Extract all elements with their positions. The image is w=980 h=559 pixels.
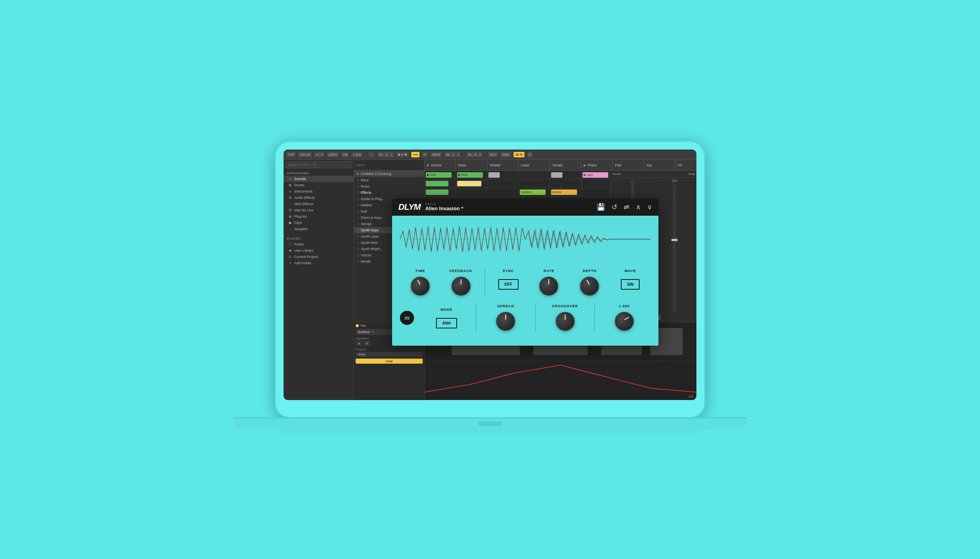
prev-preset-button[interactable]: ∧ <box>636 203 641 211</box>
clip-drums-1[interactable]: ▶ Slow <box>425 171 456 179</box>
spread-knob[interactable] <box>496 312 515 331</box>
sidebar-item-add-folder[interactable]: + Add Folder... <box>284 260 354 266</box>
track-header-pad[interactable]: Pad <box>613 160 644 170</box>
clip-bass-3[interactable] <box>456 188 487 196</box>
loop-btn[interactable]: Loop <box>356 359 423 364</box>
param-crossover: CROSSOVER <box>539 304 591 332</box>
track-header-drums[interactable]: ▶ Drums <box>425 160 456 170</box>
clip-block-bass-2[interactable] <box>457 181 481 186</box>
sidebar-item-user-library[interactable]: ♣ User Library <box>284 247 354 254</box>
clip-dropdown[interactable]: ▼ <box>371 330 374 334</box>
track-header-piano[interactable]: ▶ Piano <box>581 160 613 170</box>
clip-vocals-1[interactable] <box>550 171 581 179</box>
metronome-btn[interactable]: ⟳ <box>422 152 428 157</box>
sidebar-item-drums[interactable]: ⊞ Drums <box>284 182 354 188</box>
next-preset-button[interactable]: ∨ <box>647 203 652 211</box>
fader-thumb-2[interactable] <box>671 239 678 241</box>
sidebar-item-clips[interactable]: ▶ Clips <box>284 220 354 226</box>
clip-shaker-3[interactable] <box>487 188 519 196</box>
clip-block-vocals[interactable] <box>551 172 562 178</box>
clip-block[interactable]: ▶ Slow <box>426 172 452 178</box>
position-display[interactable]: 23 . 2 . 2 <box>377 152 394 157</box>
params-row-2: m MODE ANA <box>400 304 651 332</box>
track-header-fx[interactable]: FX <box>675 160 696 170</box>
crossover-knob[interactable] <box>556 312 575 331</box>
clip-piano-2[interactable] <box>581 179 610 188</box>
sidebar-item-samples[interactable]: → Samples <box>284 226 354 232</box>
end-position[interactable]: 49 . 1 . 1 <box>444 152 461 157</box>
sig-den[interactable]: 4 <box>363 341 370 346</box>
clip-piano-3[interactable] <box>581 188 610 196</box>
clip-block-bass[interactable]: ▶ Slow <box>457 172 483 178</box>
patch-name[interactable]: Alien Invasion * <box>425 206 592 211</box>
clip-vocals-3[interactable]: Buildup <box>550 188 581 196</box>
track-header-arp[interactable]: Arp <box>644 160 675 170</box>
groove-display[interactable]: None <box>356 352 423 357</box>
sidebar-item-current-project[interactable]: ▷ Current Project <box>284 254 354 260</box>
clip-shaker-2[interactable] <box>487 179 519 188</box>
param-depth: DEPTH <box>569 269 610 296</box>
browser-item-ambient[interactable]: ▶ Ambient & Evolving <box>354 171 424 177</box>
clip-bass-1[interactable]: ▶ Slow <box>456 171 487 179</box>
piano-expand[interactable]: ▶ <box>584 163 586 167</box>
key-btn[interactable]: KEY <box>488 152 498 157</box>
clip-block-lead-3[interactable]: Variation <box>520 189 546 195</box>
track-header-bass[interactable]: Bass <box>456 160 487 170</box>
laptop-screen: TAP 130.00 4 / 4 130% O● 1 Bar → 23 . 2 … <box>284 150 696 400</box>
sync-button[interactable]: OFF <box>498 279 519 290</box>
time-knob[interactable] <box>411 277 430 296</box>
clip-block-piano[interactable]: ▶ Light <box>582 172 608 178</box>
sig-num[interactable]: 4 <box>356 341 362 346</box>
clip-block-3[interactable] <box>426 189 448 195</box>
browser-item-effects[interactable]: ▷ Effects <box>354 189 424 196</box>
sidebar-item-plugins[interactable]: ⊕ Plug-ins <box>284 213 354 220</box>
random-button[interactable]: ⇌ <box>624 203 629 211</box>
clip-lead-3[interactable]: Variation <box>519 188 550 196</box>
sidebar-item-packs[interactable]: □ Packs <box>284 241 354 247</box>
sidebar-item-midi-effects[interactable]: ⟋ MIDI Effects <box>284 201 354 207</box>
search-input[interactable] <box>285 161 352 168</box>
sidebar-item-instruments[interactable]: ∿ Instruments <box>284 188 354 195</box>
d-btn[interactable]: D <box>527 152 533 157</box>
zoom-pct[interactable]: 19 % <box>514 152 525 157</box>
clip-shaker-1[interactable] <box>487 171 519 179</box>
midi-btn[interactable]: MIDI <box>501 152 511 157</box>
mode-button[interactable]: ANA <box>436 318 457 328</box>
zoom-display[interactable]: 130% <box>327 152 339 157</box>
feedback-knob[interactable] <box>452 277 470 296</box>
browser-item-brass[interactable]: ▷ Brass <box>354 183 424 189</box>
track-header-lead[interactable]: Lead <box>519 160 550 170</box>
follow-btn[interactable]: ⟹ <box>411 152 419 157</box>
track-header-vocals[interactable]: Vocals <box>550 160 581 170</box>
clip-drums-3[interactable] <box>425 188 456 196</box>
wave-button[interactable]: SIN <box>621 279 640 290</box>
clip-block-shaker[interactable] <box>488 172 500 178</box>
sidebar-item-audio-effects[interactable]: ≋ Audio Effects <box>284 195 354 201</box>
clip-block-vocals-3[interactable]: Buildup <box>551 189 577 195</box>
clip-drums-2[interactable] <box>425 179 456 188</box>
mode-label: MODE <box>441 308 453 312</box>
transport-controls[interactable]: ■ ● ✚ <box>396 152 409 157</box>
rate-knob[interactable] <box>539 277 558 296</box>
depth-knob[interactable] <box>580 277 599 296</box>
clip-piano-1[interactable]: ▶ Light <box>581 171 610 179</box>
new-btn[interactable]: NEW <box>430 152 442 157</box>
clip-vocals-2[interactable] <box>550 179 581 188</box>
tap-button[interactable]: TAP <box>286 152 296 157</box>
value-knob[interactable] <box>615 312 634 331</box>
bpm-display[interactable]: 130.00 <box>298 152 312 157</box>
track-header-shaker[interactable]: Shaker <box>487 160 519 170</box>
time-sig[interactable]: 4 / 4 <box>314 152 324 157</box>
clip-block-2[interactable] <box>426 181 448 186</box>
save-button[interactable]: 💾 <box>597 203 605 211</box>
sidebar-item-sounds[interactable]: ♪ Sounds <box>284 176 354 182</box>
browser-item-bass[interactable]: ▷ Bass <box>354 177 424 183</box>
clip-lead-1[interactable] <box>519 171 550 179</box>
drums-expand[interactable]: ▶ <box>427 163 430 167</box>
undo-button[interactable]: ↺ <box>611 203 617 211</box>
fader-track-2[interactable] <box>673 183 676 312</box>
sidebar-item-max[interactable]: ⊡ Max for Live <box>284 207 354 213</box>
quantize-display[interactable]: 1 Bar <box>351 152 363 157</box>
clip-lead-2[interactable] <box>519 179 550 188</box>
clip-bass-2[interactable] <box>456 179 487 188</box>
